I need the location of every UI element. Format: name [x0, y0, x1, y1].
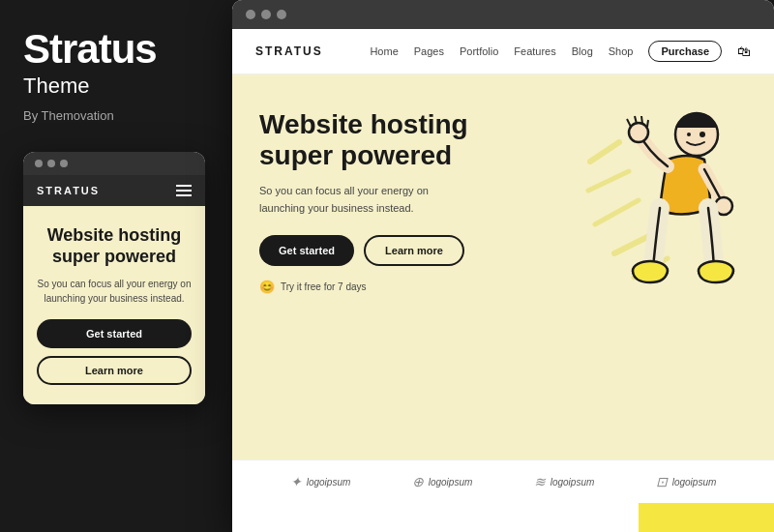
hero-illustration	[542, 84, 764, 307]
browser-dot-3	[277, 10, 286, 19]
trial-text: Try it free for 7 days	[281, 281, 367, 292]
bottom-strip-left	[232, 503, 639, 532]
mobile-preview: STRATUS Website hosting super powered So…	[23, 152, 205, 404]
svg-line-1	[588, 171, 629, 191]
logo-text-1: logoipsum	[307, 477, 351, 488]
mobile-content: Website hosting super powered So you can…	[23, 206, 205, 404]
mobile-learn-more-button[interactable]: Learn more	[37, 356, 192, 385]
bottom-strip	[232, 503, 774, 532]
logo-text-4: logoipsum	[672, 477, 717, 488]
brand-subtitle: Theme	[23, 74, 209, 99]
mobile-dot-1	[35, 160, 43, 167]
nav-home[interactable]: Home	[370, 45, 398, 57]
mobile-dot-3	[60, 160, 68, 167]
svg-line-9	[627, 119, 631, 127]
left-panel: Stratus Theme By Themovation STRATUS Web…	[0, 0, 232, 532]
bottom-strip-right	[639, 503, 774, 532]
logo-item-3: ≋ logoipsum	[534, 474, 595, 489]
website-logo: STRATUS	[255, 44, 323, 58]
hero-text-area: Website hosting super powered So you can…	[232, 74, 503, 459]
logos-bar: ✦ logoipsum ⊕ logoipsum ≋ logoipsum ⊡ lo…	[232, 459, 774, 503]
svg-point-8	[629, 123, 648, 142]
hero-desc: So you can focus all your energy on laun…	[259, 183, 476, 217]
logo-icon-4: ⊡	[656, 474, 668, 489]
brand-title: Stratus	[23, 29, 209, 70]
mobile-get-started-button[interactable]: Get started	[37, 319, 192, 348]
browser-toolbar	[232, 0, 774, 29]
desktop-learn-more-button[interactable]: Learn more	[364, 235, 464, 266]
nav-pages[interactable]: Pages	[414, 45, 444, 57]
desktop-get-started-button[interactable]: Get started	[259, 235, 354, 266]
browser-dot-2	[261, 10, 271, 19]
nav-portfolio[interactable]: Portfolio	[460, 45, 498, 57]
hero-title: Website hosting super powered	[259, 109, 476, 171]
hero-buttons: Get started Learn more	[259, 235, 476, 266]
hero-trial: 😊 Try it free for 7 days	[259, 280, 476, 294]
nav-features[interactable]: Features	[514, 45, 555, 57]
logo-text-3: logoipsum	[551, 477, 595, 488]
logo-icon-2: ⊕	[412, 474, 424, 489]
mobile-nav: STRATUS	[23, 175, 205, 206]
cart-icon[interactable]: 🛍	[737, 44, 751, 59]
svg-point-6	[700, 132, 705, 137]
trial-emoji: 😊	[259, 280, 275, 294]
svg-line-0	[590, 142, 619, 162]
svg-line-2	[595, 200, 639, 224]
mobile-toolbar	[23, 152, 205, 175]
website-nav-links: Home Pages Portfolio Features Blog Shop …	[370, 41, 751, 62]
desktop-browser: STRATUS Home Pages Portfolio Features Bl…	[232, 0, 774, 532]
mobile-nav-logo: STRATUS	[37, 185, 100, 196]
logo-item-4: ⊡ logoipsum	[656, 474, 717, 489]
hero-main: Website hosting super powered So you can…	[232, 74, 774, 459]
browser-dot-1	[246, 10, 255, 19]
hamburger-icon[interactable]	[176, 185, 192, 196]
hamburger-line-2	[176, 190, 192, 192]
mobile-hero-desc: So you can focus all your energy on laun…	[37, 277, 192, 306]
mobile-dot-2	[47, 160, 55, 167]
nav-blog[interactable]: Blog	[572, 45, 593, 57]
svg-line-12	[647, 120, 648, 127]
hamburger-line-1	[176, 185, 192, 187]
svg-line-11	[641, 116, 642, 124]
website-nav: STRATUS Home Pages Portfolio Features Bl…	[232, 29, 774, 74]
logo-icon-3: ≋	[534, 474, 546, 489]
logo-text-2: logoipsum	[429, 477, 473, 488]
hero-section: Website hosting super powered So you can…	[232, 74, 774, 532]
logo-item-1: ✦ logoipsum	[290, 474, 351, 489]
svg-point-7	[687, 133, 691, 136]
mobile-hero-title: Website hosting super powered	[37, 225, 192, 267]
logo-icon-1: ✦	[290, 474, 302, 489]
nav-shop[interactable]: Shop	[609, 45, 634, 57]
logo-item-2: ⊕ logoipsum	[412, 474, 473, 489]
nav-purchase-button[interactable]: Purchase	[648, 41, 722, 62]
hamburger-line-3	[176, 194, 192, 196]
brand-by: By Themovation	[23, 108, 209, 123]
